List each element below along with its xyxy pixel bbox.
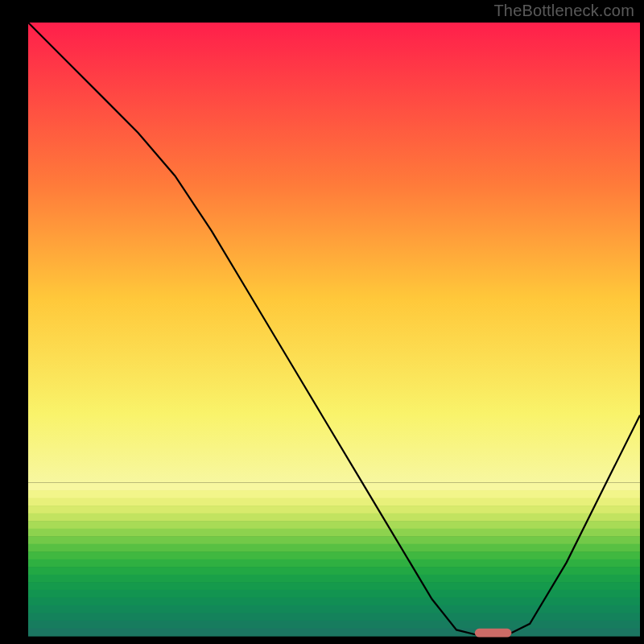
stripe — [28, 628, 640, 636]
bottleneck-chart — [0, 0, 644, 644]
stripe — [28, 613, 640, 621]
stripe — [28, 529, 640, 537]
stripe — [28, 544, 640, 552]
stripe — [28, 621, 640, 629]
watermark-text: TheBottleneck.com — [493, 2, 634, 20]
stripe — [28, 506, 640, 514]
stripe — [28, 536, 640, 544]
stripe — [28, 575, 640, 583]
stripe — [28, 498, 640, 506]
stripe — [28, 514, 640, 522]
stripe — [28, 605, 640, 613]
stripe — [28, 483, 640, 491]
optimal-marker — [475, 629, 512, 638]
stripe — [28, 582, 640, 590]
chart-container: { "watermark": "TheBottleneck.com", "cha… — [0, 0, 644, 644]
stripe — [28, 559, 640, 568]
stripe — [28, 490, 640, 498]
gradient-band — [28, 23, 640, 483]
stripe — [28, 597, 640, 605]
stripe — [28, 567, 640, 575]
stripe — [28, 551, 640, 559]
stripe — [28, 521, 640, 529]
